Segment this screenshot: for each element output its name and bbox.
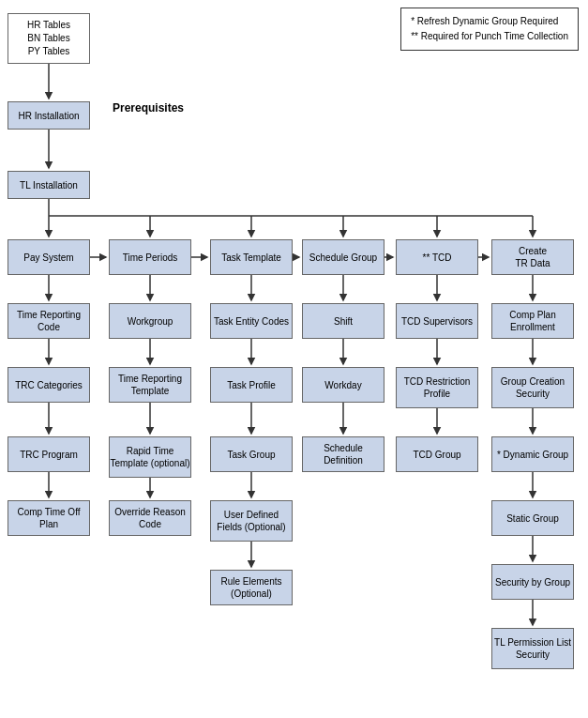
box-create-tr-data: Create TR Data (491, 239, 574, 275)
box-tcd-group: TCD Group (396, 436, 478, 472)
box-schedule-group: Schedule Group (302, 239, 384, 275)
box-time-periods: Time Periods (109, 239, 191, 275)
box-rule-elements: Rule Elements (Optional) (210, 570, 293, 605)
box-trc-categories: TRC Categories (8, 367, 90, 403)
box-hr-installation: HR Installation (8, 101, 90, 130)
box-user-defined-fields: User Defined Fields (Optional) (210, 500, 293, 542)
box-workgroup: Workgroup (109, 303, 191, 339)
box-task-entity-codes: Task Entity Codes (210, 303, 293, 339)
box-comp-time-off-plan: Comp Time Off Plan (8, 500, 90, 536)
legend: * Refresh Dynamic Group Required ** Requ… (400, 8, 579, 51)
legend-line2: ** Required for Punch Time Collection (411, 29, 568, 44)
box-static-group: Static Group (491, 500, 574, 536)
box-override-reason-code: Override Reason Code (109, 500, 191, 536)
box-tl-installation: TL Installation (8, 171, 90, 199)
box-shift: Shift (302, 303, 384, 339)
box-rapid-time-template: Rapid Time Template (optional) (109, 436, 191, 478)
box-tcd-restriction-profile: TCD Restriction Profile (396, 367, 478, 408)
legend-line1: * Refresh Dynamic Group Required (411, 14, 568, 29)
box-comp-plan-enrollment: Comp Plan Enrollment (491, 303, 574, 339)
box-workday: Workday (302, 367, 384, 403)
box-trc-program: TRC Program (8, 436, 90, 472)
prerequisites-label: Prerequisites (113, 101, 184, 115)
box-pay-system: Pay System (8, 239, 90, 275)
box-tcd-supervisors: TCD Supervisors (396, 303, 478, 339)
box-schedule-definition: Schedule Definition (302, 436, 384, 472)
box-task-profile: Task Profile (210, 367, 293, 403)
box-tcd: ** TCD (396, 239, 478, 275)
box-group-creation-security: Group Creation Security (491, 367, 574, 408)
box-hr-tables: HR Tables BN Tables PY Tables (8, 13, 90, 64)
box-task-group: Task Group (210, 436, 293, 472)
box-time-reporting-code: Time Reporting Code (8, 303, 90, 339)
box-task-template: Task Template (210, 239, 293, 275)
box-time-reporting-template: Time Reporting Template (109, 367, 191, 403)
box-dynamic-group: * Dynamic Group (491, 436, 574, 472)
diagram-container: * Refresh Dynamic Group Required ** Requ… (0, 0, 588, 19)
box-security-by-group: Security by Group (491, 564, 574, 600)
box-tl-permission-list-security: TL Permission List Security (491, 628, 574, 669)
